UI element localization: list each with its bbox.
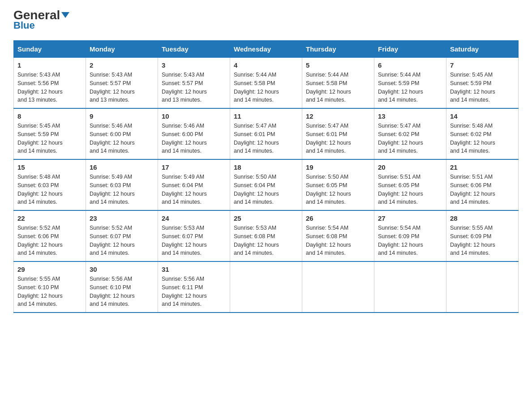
day-info: Sunrise: 5:45 AMSunset: 5:59 PMDaylight:… [450,71,515,104]
day-info: Sunrise: 5:54 AMSunset: 6:09 PMDaylight:… [378,224,442,257]
calendar-cell: 23Sunrise: 5:52 AMSunset: 6:07 PMDayligh… [86,210,158,261]
calendar-cell: 15Sunrise: 5:48 AMSunset: 6:03 PMDayligh… [14,159,86,210]
calendar-cell: 28Sunrise: 5:55 AMSunset: 6:09 PMDayligh… [446,210,519,261]
day-info: Sunrise: 5:47 AMSunset: 6:01 PMDaylight:… [306,122,370,155]
day-number: 2 [90,61,154,69]
day-info: Sunrise: 5:54 AMSunset: 6:08 PMDaylight:… [306,224,370,257]
calendar-cell: 25Sunrise: 5:53 AMSunset: 6:08 PMDayligh… [230,210,302,261]
day-number: 10 [162,112,226,120]
day-info: Sunrise: 5:55 AMSunset: 6:09 PMDaylight:… [450,224,515,257]
logo-blue-text: Blue [13,20,35,31]
day-number: 9 [90,112,154,120]
day-info: Sunrise: 5:46 AMSunset: 6:00 PMDaylight:… [90,122,154,155]
day-info: Sunrise: 5:55 AMSunset: 6:10 PMDaylight:… [17,275,82,308]
calendar-cell: 8Sunrise: 5:45 AMSunset: 5:59 PMDaylight… [14,108,86,159]
calendar-cell: 12Sunrise: 5:47 AMSunset: 6:01 PMDayligh… [302,108,374,159]
calendar-cell: 17Sunrise: 5:49 AMSunset: 6:04 PMDayligh… [158,159,230,210]
calendar-week-1: 1Sunrise: 5:43 AMSunset: 5:56 PMDaylight… [14,58,519,109]
calendar-header-saturday: Saturday [446,41,519,58]
calendar-cell: 14Sunrise: 5:48 AMSunset: 6:02 PMDayligh… [446,108,519,159]
day-info: Sunrise: 5:45 AMSunset: 5:59 PMDaylight:… [17,122,82,155]
day-number: 31 [162,265,226,273]
calendar-cell: 11Sunrise: 5:47 AMSunset: 6:01 PMDayligh… [230,108,302,159]
day-number: 4 [234,61,298,69]
day-number: 3 [162,61,226,69]
day-info: Sunrise: 5:51 AMSunset: 6:05 PMDaylight:… [378,173,442,206]
calendar-header-row: SundayMondayTuesdayWednesdayThursdayFrid… [14,41,519,58]
calendar-week-5: 29Sunrise: 5:55 AMSunset: 6:10 PMDayligh… [14,261,519,313]
day-info: Sunrise: 5:44 AMSunset: 5:59 PMDaylight:… [378,71,442,104]
day-info: Sunrise: 5:53 AMSunset: 6:08 PMDaylight:… [234,224,298,257]
calendar-cell: 18Sunrise: 5:50 AMSunset: 6:04 PMDayligh… [230,159,302,210]
day-info: Sunrise: 5:49 AMSunset: 6:03 PMDaylight:… [90,173,154,206]
day-info: Sunrise: 5:46 AMSunset: 6:00 PMDaylight:… [162,122,226,155]
calendar-header-thursday: Thursday [302,41,374,58]
calendar-cell: 21Sunrise: 5:51 AMSunset: 6:06 PMDayligh… [446,159,519,210]
day-info: Sunrise: 5:47 AMSunset: 6:01 PMDaylight:… [234,122,298,155]
day-number: 17 [162,163,226,171]
day-info: Sunrise: 5:44 AMSunset: 5:58 PMDaylight:… [306,71,370,104]
day-number: 6 [378,61,442,69]
calendar-cell: 9Sunrise: 5:46 AMSunset: 6:00 PMDaylight… [86,108,158,159]
calendar-cell: 3Sunrise: 5:43 AMSunset: 5:57 PMDaylight… [158,58,230,109]
day-info: Sunrise: 5:52 AMSunset: 6:07 PMDaylight:… [90,224,154,257]
day-info: Sunrise: 5:48 AMSunset: 6:02 PMDaylight:… [450,122,515,155]
day-number: 29 [17,265,82,273]
day-info: Sunrise: 5:51 AMSunset: 6:06 PMDaylight:… [450,173,515,206]
day-info: Sunrise: 5:43 AMSunset: 5:56 PMDaylight:… [17,71,82,104]
day-number: 26 [306,214,370,222]
day-number: 11 [234,112,298,120]
day-info: Sunrise: 5:50 AMSunset: 6:05 PMDaylight:… [306,173,370,206]
day-info: Sunrise: 5:44 AMSunset: 5:58 PMDaylight:… [234,71,298,104]
calendar-cell: 13Sunrise: 5:47 AMSunset: 6:02 PMDayligh… [374,108,446,159]
calendar-cell: 7Sunrise: 5:45 AMSunset: 5:59 PMDaylight… [446,58,519,109]
calendar-cell: 30Sunrise: 5:56 AMSunset: 6:10 PMDayligh… [86,261,158,313]
calendar-cell: 19Sunrise: 5:50 AMSunset: 6:05 PMDayligh… [302,159,374,210]
calendar-week-4: 22Sunrise: 5:52 AMSunset: 6:06 PMDayligh… [14,210,519,261]
day-info: Sunrise: 5:52 AMSunset: 6:06 PMDaylight:… [17,224,82,257]
day-info: Sunrise: 5:43 AMSunset: 5:57 PMDaylight:… [90,71,154,104]
calendar-week-3: 15Sunrise: 5:48 AMSunset: 6:03 PMDayligh… [14,159,519,210]
day-number: 14 [450,112,515,120]
calendar-cell [446,261,519,313]
calendar-header-friday: Friday [374,41,446,58]
day-number: 8 [17,112,82,120]
calendar-header-tuesday: Tuesday [158,41,230,58]
day-number: 13 [378,112,442,120]
day-info: Sunrise: 5:56 AMSunset: 6:10 PMDaylight:… [90,275,154,308]
day-number: 25 [234,214,298,222]
day-number: 19 [306,163,370,171]
day-info: Sunrise: 5:47 AMSunset: 6:02 PMDaylight:… [378,122,442,155]
calendar-cell: 10Sunrise: 5:46 AMSunset: 6:00 PMDayligh… [158,108,230,159]
calendar-cell: 5Sunrise: 5:44 AMSunset: 5:58 PMDaylight… [302,58,374,109]
calendar-cell: 16Sunrise: 5:49 AMSunset: 6:03 PMDayligh… [86,159,158,210]
calendar-cell: 22Sunrise: 5:52 AMSunset: 6:06 PMDayligh… [14,210,86,261]
calendar-cell [302,261,374,313]
day-number: 24 [162,214,226,222]
day-number: 21 [450,163,515,171]
calendar-cell: 20Sunrise: 5:51 AMSunset: 6:05 PMDayligh… [374,159,446,210]
calendar-header-monday: Monday [86,41,158,58]
page-header: General Blue [13,9,519,31]
calendar-cell [374,261,446,313]
day-number: 23 [90,214,154,222]
day-info: Sunrise: 5:43 AMSunset: 5:57 PMDaylight:… [162,71,226,104]
calendar-cell: 27Sunrise: 5:54 AMSunset: 6:09 PMDayligh… [374,210,446,261]
calendar-cell: 1Sunrise: 5:43 AMSunset: 5:56 PMDaylight… [14,58,86,109]
calendar-header-sunday: Sunday [14,41,86,58]
day-info: Sunrise: 5:49 AMSunset: 6:04 PMDaylight:… [162,173,226,206]
day-number: 7 [450,61,515,69]
calendar-cell [230,261,302,313]
calendar-cell: 26Sunrise: 5:54 AMSunset: 6:08 PMDayligh… [302,210,374,261]
calendar-header-wednesday: Wednesday [230,41,302,58]
day-number: 16 [90,163,154,171]
calendar-cell: 4Sunrise: 5:44 AMSunset: 5:58 PMDaylight… [230,58,302,109]
day-info: Sunrise: 5:56 AMSunset: 6:11 PMDaylight:… [162,275,226,308]
day-number: 20 [378,163,442,171]
day-number: 22 [17,214,82,222]
calendar-table: SundayMondayTuesdayWednesdayThursdayFrid… [13,40,519,313]
day-number: 27 [378,214,442,222]
calendar-cell: 6Sunrise: 5:44 AMSunset: 5:59 PMDaylight… [374,58,446,109]
calendar-cell: 31Sunrise: 5:56 AMSunset: 6:11 PMDayligh… [158,261,230,313]
day-info: Sunrise: 5:53 AMSunset: 6:07 PMDaylight:… [162,224,226,257]
